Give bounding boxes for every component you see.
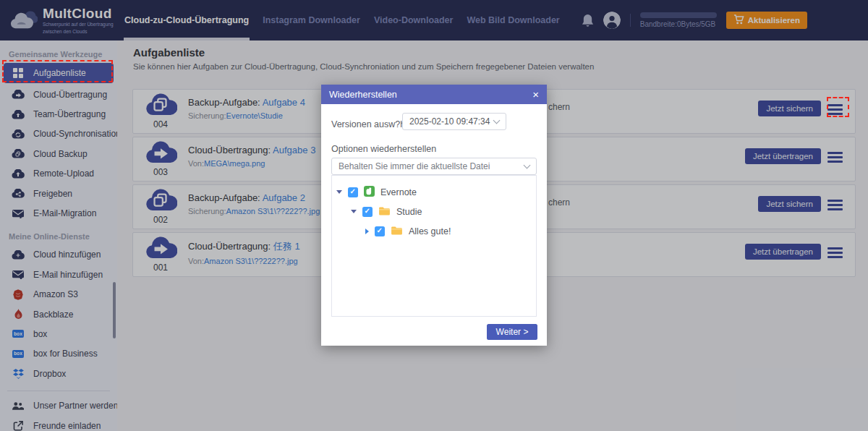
modal-header: Wiederherstellen × (321, 85, 547, 104)
tree-expand-icon[interactable] (336, 190, 342, 194)
folder-icon (378, 206, 391, 218)
chevron-down-icon (524, 161, 531, 168)
file-tree: Evernote Studie Alles gute! (331, 175, 537, 317)
restore-modal: Wiederherstellen × Versionen ausw?hlen 2… (321, 85, 547, 346)
tree-item-label: Alles gute! (409, 226, 451, 236)
tree-expand-icon[interactable] (351, 210, 357, 213)
checkbox-checked-icon[interactable] (348, 187, 358, 197)
checkbox-checked-icon[interactable] (375, 226, 385, 236)
tree-item-label: Evernote (380, 187, 417, 197)
close-icon[interactable]: × (532, 89, 539, 100)
tree-item-alles-gute[interactable]: Alles gute! (332, 221, 536, 241)
evernote-icon (364, 186, 375, 199)
tree-item-studie[interactable]: Studie (332, 202, 536, 221)
restore-options-label: Optionen wiederherstellen (331, 144, 436, 154)
version-select[interactable]: 2025-02-10 09:47:34 (402, 113, 506, 130)
modal-title: Wiederherstellen (329, 90, 397, 100)
checkbox-checked-icon[interactable] (362, 207, 373, 217)
chevron-down-icon (493, 116, 501, 124)
restore-options-select[interactable]: Behalten Sie immer die aktuellste Datei (331, 158, 537, 175)
multcloud-app: MultCloud Schwerpunkt auf der Übertragun… (0, 0, 868, 431)
tree-item-evernote[interactable]: Evernote (332, 182, 536, 202)
next-button[interactable]: Weiter > (487, 324, 537, 340)
version-select-value: 2025-02-10 09:47:34 (409, 116, 490, 127)
restore-options-value: Behalten Sie immer die aktuellste Datei (339, 161, 490, 171)
tree-item-label: Studie (396, 207, 422, 217)
folder-icon (391, 226, 403, 237)
tree-collapse-icon[interactable] (365, 229, 369, 234)
